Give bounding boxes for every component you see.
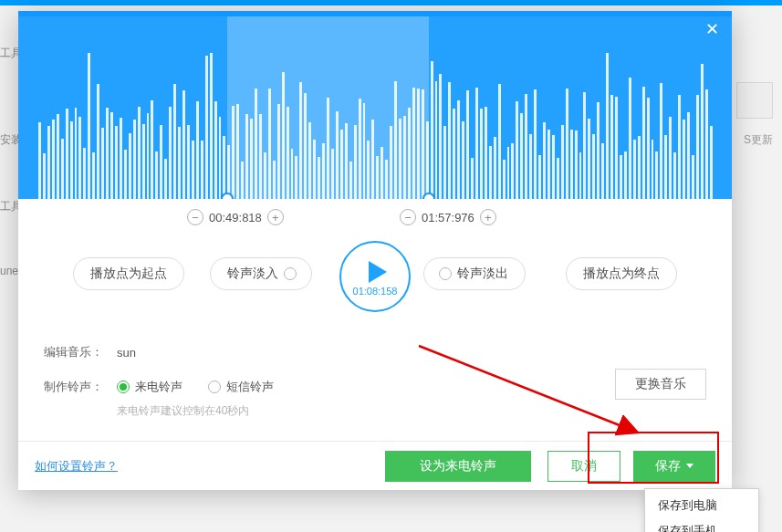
- radio-call-ringtone[interactable]: 来电铃声: [117, 379, 182, 395]
- start-time-minus-icon[interactable]: −: [187, 209, 203, 225]
- controls-row: 播放点为起点 铃声淡入 01:08:158 铃声淡出 播放点为终点: [18, 235, 732, 318]
- waveform-bars: [38, 44, 712, 199]
- bg-text-une: une: [0, 265, 18, 277]
- fade-in-label: 铃声淡入: [227, 266, 278, 282]
- bg-text-update: S更新: [744, 132, 773, 148]
- start-time-value: 00:49:818: [209, 211, 262, 224]
- time-row: − 00:49:818 + − 01:57:976 +: [18, 199, 732, 235]
- radio-sms-ringtone[interactable]: 短信铃声: [208, 379, 274, 395]
- set-end-button[interactable]: 播放点为终点: [566, 257, 677, 290]
- fade-out-toggle[interactable]: 铃声淡出: [423, 257, 526, 290]
- set-as-ringtone-button[interactable]: 设为来电铃声: [385, 451, 531, 482]
- start-time-plus-icon[interactable]: +: [267, 209, 284, 225]
- menu-item-save-to-phone[interactable]: 保存到手机: [645, 518, 758, 532]
- set-end-label: 播放点为终点: [583, 266, 660, 282]
- play-duration: 01:08:158: [353, 286, 398, 297]
- play-button[interactable]: 01:08:158: [339, 241, 411, 312]
- cancel-label: 取消: [571, 458, 597, 475]
- set-start-button[interactable]: 播放点为起点: [73, 257, 184, 290]
- range-handle-start[interactable]: [221, 193, 234, 199]
- end-time-value: 01:57:976: [422, 211, 474, 224]
- set-start-label: 播放点为起点: [90, 266, 167, 282]
- ringtone-hint: 来电铃声建议控制在40秒内: [117, 403, 706, 419]
- fade-out-radio-icon: [439, 267, 452, 280]
- waveform-area[interactable]: ✕: [18, 11, 732, 199]
- save-dropdown-menu: 保存到电脑 保存到手机: [644, 488, 759, 532]
- save-button[interactable]: 保存: [633, 451, 715, 482]
- change-music-button[interactable]: 更换音乐: [615, 369, 706, 400]
- end-time-minus-icon[interactable]: −: [400, 209, 416, 225]
- play-icon: [369, 261, 387, 283]
- radio-unchecked-icon: [208, 381, 221, 393]
- radio-call-label: 来电铃声: [135, 379, 182, 395]
- bg-thumbnail: [736, 82, 773, 119]
- save-label: 保存: [655, 458, 681, 475]
- fade-in-radio-icon: [284, 267, 297, 280]
- menu-item-save-to-pc[interactable]: 保存到电脑: [645, 493, 758, 518]
- fade-in-toggle[interactable]: 铃声淡入: [210, 257, 312, 290]
- set-as-ringtone-label: 设为来电铃声: [420, 458, 496, 475]
- music-name: sun: [117, 346, 136, 360]
- close-icon[interactable]: ✕: [703, 20, 721, 38]
- range-handle-end[interactable]: [422, 193, 435, 199]
- radio-sms-label: 短信铃声: [226, 379, 274, 395]
- cancel-button[interactable]: 取消: [547, 451, 620, 482]
- music-label: 编辑音乐：: [44, 344, 117, 360]
- radio-checked-icon: [117, 381, 130, 393]
- dialog-footer: 如何设置铃声？ 设为来电铃声 取消 保存: [18, 441, 732, 490]
- change-music-label: 更换音乐: [635, 376, 686, 392]
- ringtone-editor-dialog: ✕ − 00:49:818 + − 01:57:976 + 播放点为起点 铃声淡…: [18, 11, 732, 490]
- ringtone-type-label: 制作铃声：: [44, 379, 117, 395]
- end-time-plus-icon[interactable]: +: [480, 209, 496, 225]
- help-link[interactable]: 如何设置铃声？: [35, 458, 118, 475]
- fade-out-label: 铃声淡出: [457, 266, 508, 282]
- chevron-down-icon: [686, 464, 693, 468]
- app-top-bar: [0, 0, 782, 5]
